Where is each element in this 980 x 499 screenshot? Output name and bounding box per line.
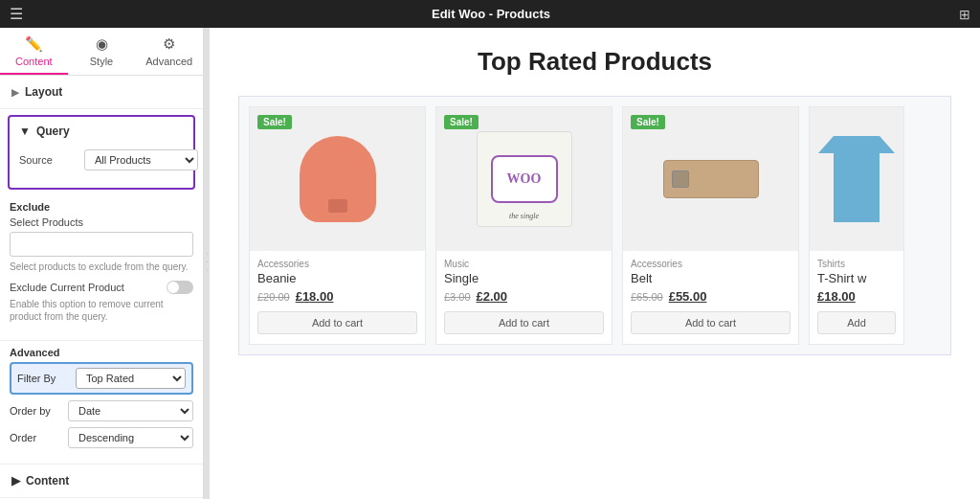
product-name: T-Shirt w bbox=[810, 271, 903, 285]
tab-style[interactable]: ◉ Style bbox=[68, 28, 136, 75]
product-image bbox=[810, 107, 903, 251]
advanced-section: Advanced Filter By None Featured Sale To… bbox=[0, 341, 203, 465]
sale-badge: Sale! bbox=[257, 115, 292, 129]
layout-section: ▶ Layout bbox=[0, 76, 203, 109]
content-icon: ✏️ bbox=[25, 35, 43, 53]
tshirt-image bbox=[818, 136, 895, 222]
tabs: ✏️ Content ◉ Style ⚙ Advanced bbox=[0, 28, 203, 76]
product-prices: £18.00 bbox=[810, 289, 903, 304]
beanie-image bbox=[300, 136, 376, 222]
order-select[interactable]: Descending Ascending bbox=[68, 427, 193, 448]
style-icon: ◉ bbox=[96, 35, 108, 53]
menu-icon[interactable]: ☰ bbox=[10, 5, 23, 23]
advanced-icon: ⚙ bbox=[163, 35, 175, 53]
product-prices: £65.00 £55.00 bbox=[623, 289, 798, 304]
product-card: Tshirts T-Shirt w £18.00 Add bbox=[809, 106, 904, 345]
belt-image bbox=[663, 160, 759, 198]
query-section: ▼ Query Source All Products Featured Sal… bbox=[8, 115, 195, 190]
tab-advanced-label: Advanced bbox=[145, 56, 192, 67]
exclude-current-toggle[interactable] bbox=[167, 281, 193, 294]
exclude-current-label: Exclude Current Product bbox=[10, 282, 124, 293]
order-by-label: Order by bbox=[10, 405, 62, 417]
add-to-cart-button[interactable]: Add to cart bbox=[257, 311, 417, 334]
filter-by-select[interactable]: None Featured Sale Top Rated Best Sellin… bbox=[76, 368, 186, 389]
add-to-cart-button[interactable]: Add to cart bbox=[631, 311, 791, 334]
order-row: Order Descending Ascending bbox=[10, 427, 193, 448]
canvas-inner: Top Rated Products Sale! Accessories Bea… bbox=[210, 28, 980, 499]
exclude-current-row: Exclude Current Product bbox=[10, 281, 193, 294]
layout-header[interactable]: ▶ Layout bbox=[0, 76, 203, 108]
canvas: Top Rated Products Sale! Accessories Bea… bbox=[210, 28, 980, 499]
source-label: Source bbox=[19, 154, 77, 166]
order-label: Order bbox=[10, 432, 62, 443]
product-category: Accessories bbox=[250, 259, 425, 269]
price-new: £18.00 bbox=[296, 289, 334, 304]
filter-by-label: Filter By bbox=[17, 373, 70, 384]
tab-advanced[interactable]: ⚙ Advanced bbox=[135, 28, 203, 75]
grid-icon[interactable]: ⊞ bbox=[959, 7, 970, 22]
product-name: Beanie bbox=[250, 271, 425, 285]
tab-content[interactable]: ✏️ Content bbox=[0, 28, 68, 75]
woo-image: WOO bbox=[477, 131, 572, 227]
select-products-input[interactable] bbox=[10, 232, 193, 257]
price-old: £65.00 bbox=[631, 291, 663, 303]
product-prices: £20.00 £18.00 bbox=[250, 289, 425, 304]
query-header[interactable]: ▼ Query bbox=[10, 117, 193, 146]
price-new: £18.00 bbox=[817, 289, 856, 304]
product-category: Tshirts bbox=[810, 259, 903, 269]
content-label: Content bbox=[26, 474, 69, 488]
topbar: ☰ Edit Woo - Products ⊞ bbox=[0, 0, 980, 28]
price-new: £55.00 bbox=[669, 289, 707, 304]
product-card: Sale! WOO Music Single £3.00 £2.00 Add t… bbox=[435, 106, 612, 345]
exclude-current-hint: Enable this option to remove current pro… bbox=[10, 298, 193, 323]
topbar-title: Edit Woo - Products bbox=[33, 7, 949, 21]
content-section-header[interactable]: ▶ Content bbox=[0, 465, 203, 498]
content-arrow: ▶ bbox=[11, 474, 20, 488]
page-title: Top Rated Products bbox=[238, 47, 951, 77]
add-to-cart-button[interactable]: Add bbox=[817, 311, 896, 334]
tab-content-label: Content bbox=[15, 56, 53, 67]
sale-badge: Sale! bbox=[444, 115, 479, 129]
product-prices: £3.00 £2.00 bbox=[436, 289, 612, 304]
product-category: Music bbox=[436, 259, 612, 269]
sale-badge: Sale! bbox=[631, 115, 665, 129]
product-name: Single bbox=[436, 271, 612, 285]
query-label: Query bbox=[36, 125, 70, 138]
layout-arrow: ▶ bbox=[11, 87, 19, 98]
product-category: Accessories bbox=[623, 259, 798, 269]
woo-bubble: WOO bbox=[491, 155, 558, 203]
source-row: Source All Products Featured Sale Manual… bbox=[19, 149, 184, 170]
order-by-row: Order by Date Title Price Rating bbox=[10, 400, 193, 421]
product-name: Belt bbox=[623, 271, 798, 285]
filter-by-row: Filter By None Featured Sale Top Rated B… bbox=[10, 362, 193, 395]
left-panel: ✏️ Content ◉ Style ⚙ Advanced ▶ Layout ▼ bbox=[0, 28, 204, 499]
price-new: £2.00 bbox=[477, 289, 508, 304]
select-products-hint: Select products to exclude from the quer… bbox=[10, 261, 193, 273]
main-layout: ✏️ Content ◉ Style ⚙ Advanced ▶ Layout ▼ bbox=[0, 28, 980, 499]
order-by-select[interactable]: Date Title Price Rating bbox=[68, 400, 193, 421]
price-old: £20.00 bbox=[257, 291, 290, 303]
query-body: Source All Products Featured Sale Manual… bbox=[10, 146, 193, 188]
product-card: Sale! Accessories Beanie £20.00 £18.00 A… bbox=[249, 106, 426, 345]
layout-label: Layout bbox=[25, 85, 62, 99]
tab-style-label: Style bbox=[90, 56, 113, 67]
add-to-cart-button[interactable]: Add to cart bbox=[444, 311, 604, 334]
exclude-title: Exclude bbox=[10, 201, 193, 213]
price-old: £3.00 bbox=[444, 291, 471, 303]
select-products-label: Select Products bbox=[10, 216, 193, 228]
advanced-title: Advanced bbox=[10, 347, 193, 358]
product-card: Sale! Accessories Belt £65.00 £55.00 Add… bbox=[622, 106, 799, 345]
source-select[interactable]: All Products Featured Sale Manual Select… bbox=[84, 149, 198, 170]
products-grid: Sale! Accessories Beanie £20.00 £18.00 A… bbox=[238, 96, 951, 355]
exclude-section: Exclude Select Products Select products … bbox=[0, 195, 203, 341]
query-arrow: ▼ bbox=[19, 125, 31, 138]
